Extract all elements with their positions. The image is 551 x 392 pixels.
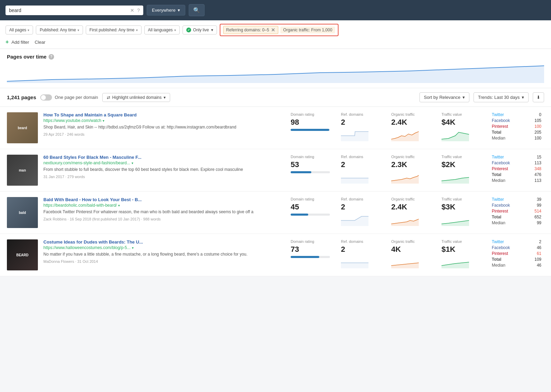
domain-rating-value: 45 [291, 203, 330, 212]
first-published-filter[interactable]: First published: Any time ▾ [86, 25, 142, 34]
result-thumbnail: bald [7, 197, 38, 228]
close-icon[interactable]: ✕ [130, 8, 134, 13]
traffic-value-label: Traffic value [441, 155, 481, 159]
result-url[interactable]: https://beardoholic.com/bald-with-beard/… [43, 203, 282, 208]
results-list: beard How To Shape and Maintain a Square… [0, 107, 551, 276]
help-icon[interactable]: ? [137, 8, 140, 13]
one-page-per-domain-toggle[interactable] [40, 94, 52, 101]
language-filter[interactable]: All languages ▾ [144, 25, 180, 34]
published-filter[interactable]: Published: Any time ▾ [36, 25, 83, 34]
result-url[interactable]: https://www.halloweencostumes.com/blog/p… [43, 245, 282, 250]
referring-domains-filter-tag[interactable]: Referring domains: 0–5 ✕ [223, 26, 279, 34]
chevron-down-icon: ▾ [462, 95, 465, 100]
trends-button[interactable]: Trends: Last 30 days ▾ [474, 92, 529, 102]
median-value: 99 [537, 220, 541, 225]
traffic-value-col: Traffic value $1K [439, 239, 484, 268]
traffic-value-label: Traffic value [441, 197, 481, 201]
sort-button[interactable]: Sort by Relevance ▾ [419, 92, 469, 102]
social-shares-col: Twitter 0 Facebook 105 Pinterest 100 Tot… [489, 112, 544, 142]
result-url[interactable]: https://www.youtube.com/watch ▾ [43, 118, 282, 123]
chevron-down-icon: ▾ [77, 28, 79, 32]
result-thumbnail: man [7, 155, 38, 186]
traffic-value-chart [441, 129, 481, 141]
svg-marker-12 [441, 262, 469, 268]
result-title[interactable]: 60 Beard Styles For Black Men - Masculin… [43, 155, 282, 160]
twitter-row: Twitter 2 [492, 239, 541, 244]
total-row: Total 205 [492, 130, 541, 135]
domain-rating-label: Domain rating [291, 155, 330, 159]
median-value: 100 [534, 136, 541, 141]
one-page-per-domain-toggle-wrap: One page per domain [40, 94, 98, 101]
ref-domains-label: Ref. domains [341, 197, 380, 201]
ref-domains-value: 2 [341, 203, 380, 212]
external-link-icon: ▾ [118, 204, 120, 207]
facebook-label: Facebook [492, 161, 510, 165]
search-input[interactable] [9, 8, 127, 13]
result-description: No matter if you have a little stubble, … [43, 251, 282, 257]
all-pages-filter[interactable]: All pages ▾ [6, 25, 33, 34]
highlight-unlinked-button[interactable]: ⇄ Highlight unlinked domains ▾ [102, 93, 170, 102]
domain-rating-col: Domain rating 53 [288, 155, 333, 175]
result-description: From short stubble to full beards, disco… [43, 167, 282, 173]
only-live-filter[interactable]: Only live ▾ [183, 25, 217, 34]
traffic-value-value: $4K [441, 118, 481, 127]
result-description: Shop Beard, Hair, and Skin -- http://bdb… [43, 124, 282, 130]
result-title[interactable]: How To Shape and Maintain a Square Beard [43, 112, 282, 117]
domain-rating-value: 73 [291, 245, 330, 254]
traffic-value-chart [441, 214, 481, 226]
external-link-icon: ▾ [132, 246, 134, 250]
add-filter-label[interactable]: Add filter [11, 40, 29, 45]
domain-rating-bar-wrap [291, 256, 330, 258]
result-title[interactable]: Costume Ideas for Dudes with Beards: The… [43, 239, 282, 245]
location-button[interactable]: Everywhere ▾ [147, 5, 185, 16]
traffic-value-value: $3K [441, 203, 481, 212]
domain-rating-value: 53 [291, 160, 330, 169]
traffic-value-value: $1K [441, 245, 481, 254]
svg-marker-8 [391, 219, 419, 226]
facebook-row: Facebook 99 [492, 203, 541, 208]
domain-rating-bar-wrap [291, 129, 330, 131]
facebook-value: 105 [534, 118, 541, 123]
location-label: Everywhere [152, 8, 176, 13]
add-filter-plus-icon[interactable]: + [6, 39, 9, 45]
twitter-value: 15 [537, 155, 541, 159]
chevron-down-icon: ▾ [174, 28, 176, 32]
pinterest-value: 100 [534, 124, 541, 129]
domain-rating-label: Domain rating [291, 112, 330, 116]
ref-domains-label: Ref. domains [341, 239, 380, 244]
sort-label: Sort by Relevance [424, 95, 460, 100]
header: ✕ ? Everywhere ▾ 🔍 [0, 0, 551, 20]
result-url[interactable]: nextluxury.com/mens-style-and-fashion/be… [43, 161, 282, 165]
result-meta: Zack Robbins · 16 Sep 2018 (first publis… [43, 217, 282, 221]
facebook-value: 46 [537, 245, 541, 250]
chevron-down-icon: ▾ [178, 8, 180, 13]
clear-filters-button[interactable]: Clear [35, 40, 45, 45]
ref-domains-chart [341, 171, 380, 184]
search-button[interactable]: 🔍 [189, 4, 205, 16]
highlight-icon: ⇄ [107, 95, 110, 100]
traffic-value-col: Traffic value $4K [439, 112, 484, 141]
ref-domains-col: Ref. domains 2 [338, 155, 383, 184]
domain-rating-bar [291, 171, 311, 173]
domain-rating-col: Domain rating 73 [288, 239, 333, 259]
facebook-row: Facebook 113 [492, 161, 541, 165]
live-dot-icon [186, 28, 191, 32]
twitter-label: Twitter [492, 239, 504, 244]
active-filters-group: Referring domains: 0–5 ✕ Organic traffic… [220, 24, 339, 36]
result-content: Bald With Beard - How to Look Your Best … [43, 197, 282, 221]
result-title[interactable]: Bald With Beard - How to Look Your Best … [43, 197, 282, 202]
result-thumbnail: beard [7, 112, 38, 143]
organic-traffic-value: 2.4K [391, 203, 430, 212]
median-label: Median [492, 220, 505, 225]
organic-traffic-filter-tag[interactable]: Organic traffic: From 1,000 [280, 27, 335, 33]
social-shares-col: Twitter 15 Facebook 113 Pinterest 348 To… [489, 155, 544, 184]
external-link-icon: ▾ [132, 161, 133, 165]
ref-domains-label: Ref. domains [341, 155, 380, 159]
pages-over-time-help-icon[interactable]: ? [49, 54, 54, 60]
remove-filter-icon[interactable]: ✕ [271, 27, 275, 33]
svg-marker-10 [341, 263, 368, 268]
chevron-down-icon: ▾ [136, 28, 138, 32]
facebook-row: Facebook 105 [492, 118, 541, 123]
download-button[interactable]: ⬇ [533, 92, 544, 102]
median-row: Median 100 [492, 136, 541, 141]
